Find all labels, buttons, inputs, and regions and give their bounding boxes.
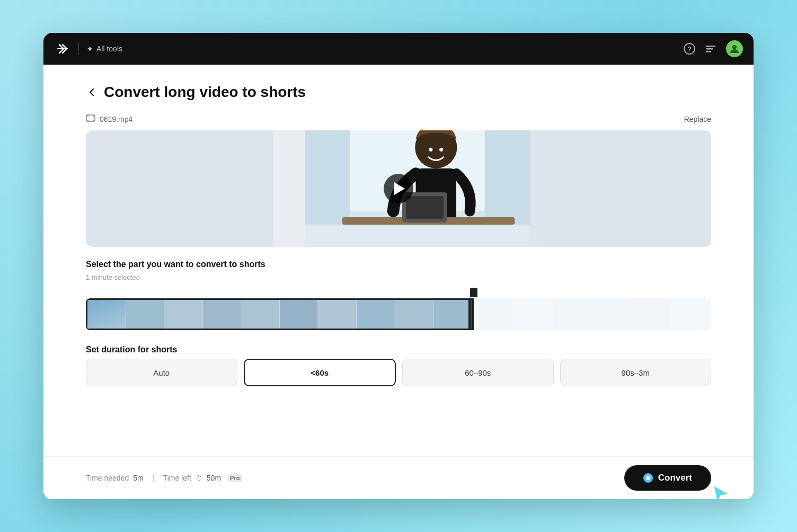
all-tools-button[interactable]: ✦ All tools <box>86 44 122 54</box>
timeline-sub-label: 1 minute selected <box>86 273 711 281</box>
svg-point-6 <box>732 45 737 49</box>
header-divider <box>78 42 79 55</box>
svg-rect-23 <box>305 225 530 247</box>
logo-icon <box>54 40 71 57</box>
filmstrip-frame <box>395 300 434 329</box>
time-needed-label: Time needed <box>86 474 129 482</box>
svg-rect-8 <box>87 115 88 117</box>
duration-section: Set duration for shorts Auto <60s 60–90s… <box>86 345 711 386</box>
cursor-arrow <box>709 482 732 499</box>
replace-button[interactable]: Replace <box>684 115 711 123</box>
filmstrip-frame <box>87 300 126 329</box>
svg-rect-9 <box>93 115 94 117</box>
convert-button[interactable]: Convert <box>624 465 711 491</box>
all-tools-label: All tools <box>96 45 122 53</box>
file-info-row: 0619.mp4 Replace <box>86 113 711 125</box>
svg-point-24 <box>429 148 432 152</box>
svg-rect-4 <box>706 48 713 50</box>
footer-divider <box>153 474 154 482</box>
duration-60-90s-button[interactable]: 60–90s <box>402 359 554 386</box>
timeline-handle-top <box>470 288 477 297</box>
filmstrip-frame <box>164 300 203 329</box>
menu-button[interactable] <box>705 43 716 55</box>
duration-section-label: Set duration for shorts <box>86 345 711 354</box>
timeline-section-label: Select the part you want to convert to s… <box>86 260 711 269</box>
svg-point-25 <box>439 148 443 152</box>
app-header: ✦ All tools ? <box>43 33 754 65</box>
footer-info: Time needed 5m Time left ⏱ 50m Pro <box>86 474 242 482</box>
svg-rect-22 <box>406 196 444 218</box>
convert-label: Convert <box>658 473 692 483</box>
timeline-track[interactable] <box>86 298 711 330</box>
duration-60s-button[interactable]: <60s <box>244 359 396 386</box>
page-header: Convert long video to shorts <box>86 84 711 101</box>
main-content: Convert long video to shorts 0619.mp4 Re… <box>43 65 754 456</box>
duration-auto-button[interactable]: Auto <box>86 359 237 386</box>
timeline-selected-region[interactable] <box>86 298 474 330</box>
file-name-text: 0619.mp4 <box>100 115 132 123</box>
svg-rect-10 <box>87 120 88 121</box>
duration-buttons: Auto <60s 60–90s 90s–3m <box>86 359 711 386</box>
page-title: Convert long video to shorts <box>104 84 306 101</box>
svg-rect-11 <box>93 120 94 121</box>
filmstrip-frame <box>318 300 357 329</box>
logo <box>54 40 71 57</box>
svg-rect-3 <box>706 46 715 47</box>
time-left-label: Time left <box>163 474 191 482</box>
back-button[interactable] <box>86 86 98 98</box>
svg-rect-5 <box>706 51 711 52</box>
user-avatar[interactable] <box>726 40 743 57</box>
time-needed-value: 5m <box>133 474 143 482</box>
video-thumbnail <box>305 130 530 247</box>
filmstrip-frame <box>357 300 395 329</box>
help-button[interactable]: ? <box>684 43 695 55</box>
filmstrip-frame <box>280 300 318 329</box>
file-name: 0619.mp4 <box>86 113 132 125</box>
convert-section: Convert <box>624 465 711 491</box>
filmstrip-frame <box>241 300 280 329</box>
header-actions: ? <box>684 40 743 57</box>
timeline-unselected-region <box>474 298 711 330</box>
wand-icon: ✦ <box>86 44 93 54</box>
footer-bar: Time needed 5m Time left ⏱ 50m Pro Conve… <box>43 456 754 499</box>
svg-text:?: ? <box>687 45 692 53</box>
play-button[interactable] <box>384 174 413 203</box>
video-preview <box>86 130 711 247</box>
convert-dot-icon <box>643 473 653 483</box>
filmstrip-frame <box>126 300 165 329</box>
duration-90s-3m-button[interactable]: 90s–3m <box>560 359 712 386</box>
filmstrip-frame <box>203 300 242 329</box>
filmstrip-frame <box>433 300 472 329</box>
time-left-value: 50m <box>207 474 221 482</box>
clock-icon: ⏱ <box>196 474 202 482</box>
timeline-section: Select the part you want to convert to s… <box>86 260 711 330</box>
film-icon <box>86 113 95 125</box>
pro-badge: Pro <box>227 474 242 482</box>
timeline-handle-right[interactable] <box>468 300 472 329</box>
